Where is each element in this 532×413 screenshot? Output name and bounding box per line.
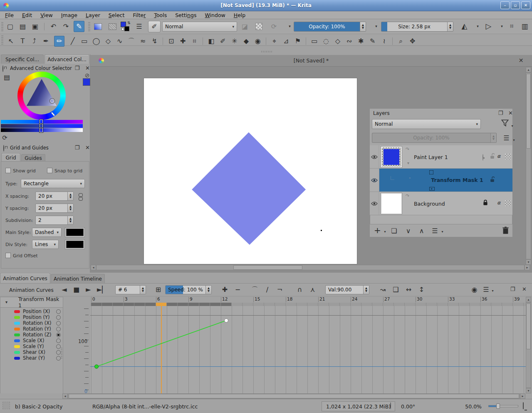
curve-vscroll-up-arrow[interactable]: ▴ (526, 297, 531, 302)
layer-properties-button[interactable]: ☰ (431, 228, 438, 234)
inherit-alpha-icon[interactable] (483, 154, 483, 161)
channel-radio[interactable] (56, 309, 61, 314)
channel-radio[interactable] (56, 338, 61, 343)
subdivision-spinbox[interactable]: 2▲▼ (35, 216, 74, 225)
chevron-down-icon[interactable]: ▾ (381, 230, 388, 234)
cache-cell-frame-8[interactable] (178, 303, 188, 306)
menu-item-select[interactable]: Select (104, 12, 129, 18)
freehand-brush-tool[interactable]: ✏ (54, 36, 64, 47)
chevron-down-icon[interactable]: ▾ (405, 161, 412, 165)
close-document-icon[interactable]: ✕ (517, 57, 525, 63)
chevron-down-icon[interactable]: ▾ (439, 230, 446, 234)
tab-animation-curves[interactable]: Animation Curves (0, 273, 50, 283)
channel-radio[interactable] (56, 327, 61, 331)
filter-icon[interactable] (501, 119, 509, 127)
cache-cell-frame-10[interactable] (199, 303, 210, 306)
zoom-curve-button[interactable]: ↝ (379, 286, 386, 293)
crop-tool[interactable]: ⌗ (191, 38, 198, 45)
cache-cell-frame-0[interactable] (91, 303, 102, 306)
interp-smooth-button[interactable]: ⌒ (251, 286, 258, 293)
ease-bell-button[interactable]: ∩ (296, 286, 303, 293)
similar-color-select-tool[interactable]: ✱ (357, 38, 364, 45)
magnetic-select-tool[interactable]: ≀ (381, 38, 388, 45)
toolbar-handle[interactable] (1, 22, 3, 31)
channel-splitter-handle[interactable] (61, 348, 62, 358)
cache-cell-frame-36[interactable] (480, 303, 491, 306)
eraser-mode-icon[interactable]: ◪ (241, 23, 248, 30)
hue-ring[interactable] (17, 72, 66, 120)
layer-style-icon[interactable]: ↷ (404, 147, 411, 152)
float-docker-icon[interactable]: ❐ (74, 145, 81, 150)
channel-radio[interactable] (56, 315, 61, 320)
polygonal-select-tool[interactable]: ◇ (334, 38, 341, 45)
reload-preset-icon[interactable]: ⟳ (270, 23, 277, 30)
channel-row-shear-y-[interactable]: Shear (Y) (0, 355, 63, 361)
line-tool[interactable]: ╱ (69, 38, 76, 45)
y-spacing-spinbox[interactable]: 20 px▲▼ (35, 204, 74, 213)
cache-cell-frame-19[interactable] (297, 303, 307, 306)
select-shapes-tool[interactable]: ↖ (7, 38, 15, 45)
move-layer-up-button[interactable]: ∧ (418, 228, 425, 234)
frame-ruler[interactable]: 036912151821242730333639 (90, 296, 526, 303)
edit-brush-settings-button[interactable]: ✐ (148, 21, 161, 32)
cache-cell-frame-25[interactable] (361, 303, 372, 306)
menu-item-file[interactable]: File (1, 12, 18, 18)
open-document-icon[interactable]: ▤ (19, 23, 26, 30)
size-spin-buttons[interactable]: ▲▼ (447, 22, 453, 31)
display-mode-icon[interactable] (523, 402, 524, 409)
layer-thumbnail[interactable] (381, 147, 402, 167)
remove-keyframe-button[interactable]: − (234, 286, 241, 293)
document-canvas[interactable] (144, 78, 357, 264)
add-layer-button[interactable]: + (374, 225, 381, 235)
tab-grid[interactable]: Grid (1, 153, 20, 162)
zoom-fit-button[interactable]: ❑ (392, 286, 399, 293)
channel-row-rotation-z-[interactable]: Rotation (Z) (0, 332, 63, 338)
interp-linear-button[interactable]: ∕ (264, 286, 271, 293)
chevron-down-icon[interactable]: ▾ (489, 289, 496, 293)
cache-cell-frame-23[interactable] (340, 303, 351, 306)
docker-lock-icon[interactable] (2, 65, 3, 72)
cache-cell-frame-38[interactable] (502, 303, 513, 306)
drop-frames-icon[interactable]: ⊞ (155, 286, 162, 293)
close-icon[interactable]: ✕ (521, 286, 528, 292)
ellipse-tool[interactable]: ◯ (92, 38, 100, 45)
tab-guides[interactable]: Guides (21, 154, 45, 162)
cache-cell-frame-27[interactable] (383, 303, 394, 306)
layer-visibility-toggle[interactable] (370, 145, 379, 169)
link-spacing-icon[interactable] (79, 197, 83, 201)
calligraphy-tool[interactable]: ✒ (42, 38, 49, 45)
selection-mode-icon[interactable] (2, 402, 10, 409)
current-frame-spinbox[interactable]: # 6▲▼ (115, 285, 146, 294)
keyframe-point-frame-0[interactable] (95, 365, 99, 368)
smart-patch-tool[interactable]: ✳ (231, 38, 238, 45)
channel-row-position-x-[interactable]: Position (X) (0, 309, 63, 314)
channel-radio[interactable] (56, 356, 61, 361)
curve-vscrollbar[interactable] (526, 302, 531, 388)
channel-header[interactable]: ▾ Transform Mask 1 (0, 297, 63, 308)
close-icon[interactable]: ✕ (507, 110, 514, 116)
close-button[interactable]: ✕ (521, 1, 530, 9)
cache-cell-frame-16[interactable] (264, 303, 275, 306)
layer-thumbnail[interactable] (381, 193, 402, 214)
snap-to-grid-checkbox[interactable] (47, 168, 52, 173)
elliptical-select-tool[interactable]: ◌ (322, 38, 329, 45)
alpha-inherit-checker-icon[interactable] (505, 200, 511, 206)
cache-cell-frame-31[interactable] (426, 303, 437, 306)
stop-button[interactable]: ■ (73, 286, 80, 293)
layer-name[interactable]: Transform Mask 1 (420, 177, 495, 183)
animation-curve[interactable] (90, 306, 526, 393)
opacity-spin-buttons[interactable]: ▲▼ (360, 22, 366, 31)
zoom-slider-track[interactable] (488, 405, 518, 407)
curve-hscrollbar[interactable] (68, 393, 520, 399)
undo-icon[interactable]: ↶ (50, 23, 57, 30)
foreground-background-colors[interactable]: ⇅ (121, 22, 131, 32)
move-tool[interactable]: ✚ (179, 38, 186, 45)
dock-splitter-handle[interactable] (261, 51, 272, 52)
cache-cell-frame-2[interactable] (113, 303, 124, 306)
tab-advanced-color-selector[interactable]: Advanced Col... (45, 55, 89, 64)
chevron-down-icon[interactable]: ▾ (510, 139, 517, 142)
layer-visibility-toggle[interactable] (370, 169, 379, 192)
cache-cell-frame-7[interactable] (167, 303, 178, 306)
brush-presets-toggle[interactable]: ✎ (74, 21, 84, 32)
brush-size-slider[interactable]: Size: 2.58 px ▲▼ (381, 22, 453, 32)
